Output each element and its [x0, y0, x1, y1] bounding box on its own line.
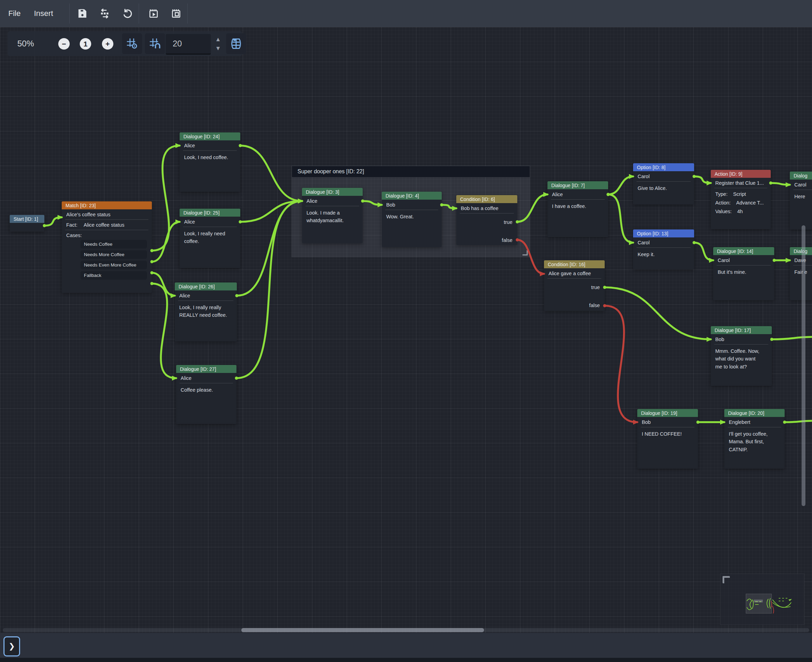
case-button[interactable]: Fallback [80, 271, 147, 280]
horizontal-scrollbar-thumb[interactable] [241, 628, 484, 632]
node-body: DaveFair e [790, 255, 812, 300]
node-dialogue-3[interactable]: Dialogue [ID: 3]AliceLook. I made a what… [302, 188, 363, 243]
case-button[interactable]: Needs Coffee [80, 240, 147, 249]
node-title[interactable]: Dialogue [ID: 27] [176, 365, 236, 373]
speaker-label: Carol [637, 238, 691, 248]
node-title[interactable]: Dialogue [ID: 17] [711, 326, 772, 334]
node-dialogue-right-top[interactable]: DialogCarolHere [790, 172, 812, 230]
test-dialogue-icon[interactable] [147, 7, 160, 20]
node-dialogue-24[interactable]: Dialogue [ID: 24]AliceLook, I need coffe… [180, 132, 240, 192]
node-dialogue-20[interactable]: Dialogue [ID: 20]EnglebertI'll get you c… [724, 409, 785, 469]
node-dialogue-19[interactable]: Dialogue [ID: 19]BobI NEED COFFEE! [637, 409, 698, 469]
node-title[interactable]: Dialog [790, 247, 812, 255]
snap-grid-toggle[interactable] [122, 33, 142, 54]
dialogue-text: Look. I made a whatdyamacallit. [307, 209, 358, 225]
node-title[interactable]: Dialogue [ID: 14] [713, 247, 774, 255]
node-dialogue-4[interactable]: Dialogue [ID: 4]BobWow. Great. [382, 192, 442, 247]
node-title[interactable]: Option [ID: 8] [633, 163, 694, 171]
spin-up-icon[interactable]: ▲ [215, 36, 221, 43]
graph-canvas[interactable] [0, 27, 812, 633]
snap-distance-spinbox[interactable]: 20 [166, 34, 211, 55]
output-false-label: false [544, 302, 600, 309]
node-body: AliceLook, I really need coffee. [180, 217, 240, 268]
vertical-scrollbar-thumb[interactable] [802, 225, 806, 506]
match-fact-row: Fact:Alice coffee status [65, 220, 148, 230]
zoom-in-button[interactable]: + [102, 38, 113, 50]
node-body: EnglebertI'll get you coffee, Mama. But … [724, 417, 785, 469]
node-body: Alice gave a coffeetruefalse [544, 268, 605, 311]
spin-down-icon[interactable]: ▼ [215, 45, 221, 52]
zoom-percent-label: 50% [17, 31, 34, 56]
node-dialogue-7[interactable]: Dialogue [ID: 7]AliceI have a coffee. [547, 181, 608, 237]
node-action-9[interactable]: Action [ID: 9]Register that Clue 1...Typ… [711, 170, 771, 229]
minimap-toggle[interactable] [226, 33, 246, 54]
node-dialogue-25[interactable]: Dialogue [ID: 25]AliceLook, I really nee… [180, 209, 240, 268]
node-option-13[interactable]: Option [ID: 13]CarolKeep it. [633, 230, 694, 269]
node-title[interactable]: Match [ID: 23] [62, 201, 152, 209]
snap-magnet-toggle[interactable] [145, 33, 165, 54]
output-true-label: true [456, 219, 513, 226]
speaker-label: Alice [180, 373, 233, 383]
spinbox-arrows[interactable]: ▲ ▼ [213, 34, 223, 54]
node-body: CarolHere [790, 180, 812, 230]
bottom-panel [0, 633, 812, 658]
node-dialogue-27[interactable]: Dialogue [ID: 27]AliceCoffee please. [176, 365, 236, 424]
node-title[interactable]: Dialogue [ID: 24] [180, 132, 240, 140]
node-dialogue-26[interactable]: Dialogue [ID: 26]AliceLook, I really rea… [175, 283, 237, 341]
speaker-label: Alice [183, 217, 237, 227]
frame-resize-handle[interactable] [523, 250, 528, 255]
zoom-out-button[interactable]: − [58, 38, 70, 50]
fact-label: Fact: [66, 222, 77, 228]
node-title[interactable]: Dialogue [ID: 19] [637, 409, 698, 417]
dialogue-text: But it's mine. [718, 268, 770, 276]
node-body: AliceLook, I need coffee. [180, 140, 240, 192]
zoom-reset-button[interactable]: 1 [80, 38, 91, 50]
node-title[interactable]: Condition [ID: 6] [456, 195, 517, 203]
menu-insert[interactable]: Insert [31, 0, 56, 27]
node-start-1[interactable]: Start [ID: 1] [10, 215, 44, 231]
property-value: Script [733, 191, 746, 197]
node-option-8[interactable]: Option [ID: 8]CarolGive to Alice. [633, 163, 694, 204]
snap-distance-value: 20 [166, 39, 182, 48]
property-value: Advance T... [736, 200, 764, 206]
node-title[interactable]: Dialog [790, 172, 812, 180]
save-icon[interactable] [76, 7, 89, 20]
case-button[interactable]: Needs More Coffee [80, 250, 147, 259]
speaker-label: Carol [793, 180, 812, 190]
match-value: Alice's coffee status [65, 209, 148, 220]
node-dialogue-17[interactable]: Dialogue [ID: 17]BobMmm. Coffee. Now, wh… [711, 326, 772, 386]
node-body: Alice's coffee statusFact:Alice coffee s… [62, 209, 152, 293]
node-title[interactable]: Dialogue [ID: 25] [180, 209, 240, 217]
horizontal-scrollbar[interactable] [3, 628, 809, 632]
node-body: CarolKeep it. [633, 238, 694, 269]
node-title[interactable]: Dialogue [ID: 7] [547, 181, 608, 189]
output-false-label: false [456, 236, 513, 244]
node-title[interactable]: Dialogue [ID: 20] [724, 409, 785, 417]
case-button[interactable]: Needs Even More Coffee [80, 260, 147, 269]
node-body: Register that Clue 1...Type:ScriptAction… [711, 178, 771, 229]
menubar-separator [139, 3, 139, 24]
action-property-row: Values:4h [715, 209, 766, 214]
node-condition-6[interactable]: Condition [ID: 6]Bob has a coffeetruefal… [456, 195, 517, 245]
dialogue-text: I NEED COFFEE! [642, 430, 693, 438]
node-title[interactable]: Start [ID: 1] [10, 215, 44, 223]
node-title[interactable]: Option [ID: 13] [633, 230, 694, 238]
node-dialogue-right-mid[interactable]: DialogDaveFair e [790, 247, 812, 300]
bottom-strip [0, 658, 812, 662]
minimap[interactable] [720, 574, 804, 625]
node-title[interactable]: Action [ID: 9] [711, 170, 771, 178]
node-title[interactable]: Dialogue [ID: 26] [175, 283, 237, 291]
test-scene-icon[interactable] [170, 7, 183, 20]
node-dialogue-14[interactable]: Dialogue [ID: 14]CarolBut it's mine. [713, 247, 774, 300]
node-title[interactable]: Dialogue [ID: 4] [382, 192, 442, 200]
expand-panel-button[interactable]: ❯ [3, 636, 20, 656]
node-match-23[interactable]: Match [ID: 23]Alice's coffee statusFact:… [62, 201, 152, 293]
dialogue-text: Keep it. [638, 251, 690, 258]
node-title[interactable]: Dialogue [ID: 3] [302, 188, 363, 196]
menu-file[interactable]: File [5, 0, 24, 27]
node-condition-16[interactable]: Condition [ID: 16]Alice gave a coffeetru… [544, 260, 605, 311]
auto-arrange-icon[interactable] [98, 7, 111, 20]
node-title[interactable]: Condition [ID: 16] [544, 260, 605, 268]
undo-icon[interactable] [121, 7, 134, 20]
dialogue-text: Here [794, 193, 812, 200]
